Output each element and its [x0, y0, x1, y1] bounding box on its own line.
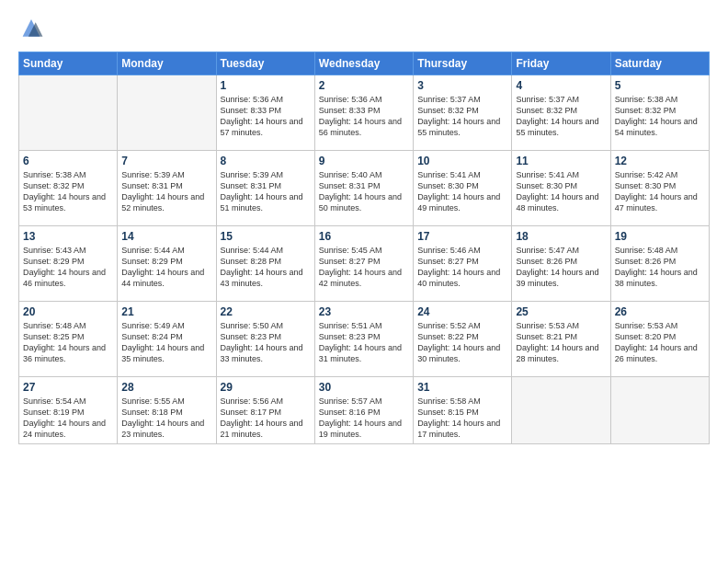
calendar-cell: 9Sunrise: 5:40 AM Sunset: 8:31 PM Daylig… — [314, 151, 413, 226]
calendar-cell: 3Sunrise: 5:37 AM Sunset: 8:32 PM Daylig… — [414, 75, 512, 151]
calendar-cell: 31Sunrise: 5:58 AM Sunset: 8:15 PM Dayli… — [414, 377, 512, 444]
calendar-cell: 17Sunrise: 5:46 AM Sunset: 8:27 PM Dayli… — [414, 226, 512, 302]
calendar-cell: 30Sunrise: 5:57 AM Sunset: 8:16 PM Dayli… — [314, 377, 413, 444]
day-number: 10 — [417, 155, 507, 167]
day-number: 5 — [615, 79, 705, 92]
logo-icon — [18, 17, 44, 42]
calendar-cell — [118, 75, 216, 151]
header — [18, 17, 710, 42]
day-number: 8 — [221, 155, 311, 167]
day-number: 17 — [417, 230, 507, 243]
calendar-cell: 18Sunrise: 5:47 AM Sunset: 8:26 PM Dayli… — [512, 226, 610, 302]
week-row-2: 6Sunrise: 5:38 AM Sunset: 8:32 PM Daylig… — [19, 151, 710, 226]
calendar-cell — [512, 377, 610, 444]
day-number: 9 — [319, 155, 409, 167]
weekday-header-friday: Friday — [512, 52, 610, 75]
day-number: 28 — [121, 381, 211, 394]
calendar-cell: 29Sunrise: 5:56 AM Sunset: 8:17 PM Dayli… — [216, 377, 314, 444]
day-number: 25 — [516, 305, 606, 318]
calendar-cell: 1Sunrise: 5:36 AM Sunset: 8:33 PM Daylig… — [216, 75, 314, 151]
day-info: Sunrise: 5:40 AM Sunset: 8:31 PM Dayligh… — [319, 169, 409, 214]
day-info: Sunrise: 5:36 AM Sunset: 8:33 PM Dayligh… — [221, 94, 311, 139]
day-number: 20 — [23, 305, 113, 318]
calendar-cell — [19, 75, 118, 151]
day-info: Sunrise: 5:44 AM Sunset: 8:28 PM Dayligh… — [221, 245, 311, 290]
day-number: 1 — [221, 79, 311, 92]
calendar-cell: 16Sunrise: 5:45 AM Sunset: 8:27 PM Dayli… — [314, 226, 413, 302]
day-info: Sunrise: 5:44 AM Sunset: 8:29 PM Dayligh… — [121, 245, 211, 290]
calendar-cell: 8Sunrise: 5:39 AM Sunset: 8:31 PM Daylig… — [216, 151, 314, 226]
calendar-cell: 13Sunrise: 5:43 AM Sunset: 8:29 PM Dayli… — [19, 226, 118, 302]
calendar-cell: 25Sunrise: 5:53 AM Sunset: 8:21 PM Dayli… — [512, 302, 610, 377]
day-number: 7 — [121, 155, 211, 167]
day-info: Sunrise: 5:47 AM Sunset: 8:26 PM Dayligh… — [516, 245, 606, 290]
day-info: Sunrise: 5:53 AM Sunset: 8:21 PM Dayligh… — [516, 320, 606, 365]
day-info: Sunrise: 5:55 AM Sunset: 8:18 PM Dayligh… — [121, 396, 211, 441]
day-info: Sunrise: 5:37 AM Sunset: 8:32 PM Dayligh… — [516, 94, 606, 139]
day-info: Sunrise: 5:36 AM Sunset: 8:33 PM Dayligh… — [319, 94, 409, 139]
day-number: 18 — [516, 230, 606, 243]
calendar-cell: 15Sunrise: 5:44 AM Sunset: 8:28 PM Dayli… — [216, 226, 314, 302]
calendar-cell: 2Sunrise: 5:36 AM Sunset: 8:33 PM Daylig… — [314, 75, 413, 151]
day-info: Sunrise: 5:49 AM Sunset: 8:24 PM Dayligh… — [121, 320, 211, 365]
day-number: 6 — [23, 155, 113, 167]
page: SundayMondayTuesdayWednesdayThursdayFrid… — [0, 0, 728, 563]
calendar-cell: 28Sunrise: 5:55 AM Sunset: 8:18 PM Dayli… — [118, 377, 216, 444]
day-info: Sunrise: 5:54 AM Sunset: 8:19 PM Dayligh… — [23, 396, 113, 441]
day-info: Sunrise: 5:41 AM Sunset: 8:30 PM Dayligh… — [417, 169, 507, 214]
day-info: Sunrise: 5:42 AM Sunset: 8:30 PM Dayligh… — [615, 169, 705, 214]
day-info: Sunrise: 5:45 AM Sunset: 8:27 PM Dayligh… — [319, 245, 409, 290]
day-info: Sunrise: 5:38 AM Sunset: 8:32 PM Dayligh… — [23, 169, 113, 214]
week-row-4: 20Sunrise: 5:48 AM Sunset: 8:25 PM Dayli… — [19, 302, 710, 377]
day-number: 29 — [221, 381, 311, 394]
day-info: Sunrise: 5:50 AM Sunset: 8:23 PM Dayligh… — [221, 320, 311, 365]
weekday-header-thursday: Thursday — [414, 52, 512, 75]
calendar-cell: 27Sunrise: 5:54 AM Sunset: 8:19 PM Dayli… — [19, 377, 118, 444]
day-number: 3 — [417, 79, 507, 92]
day-number: 14 — [121, 230, 211, 243]
calendar-cell: 20Sunrise: 5:48 AM Sunset: 8:25 PM Dayli… — [19, 302, 118, 377]
day-number: 4 — [516, 79, 606, 92]
day-info: Sunrise: 5:56 AM Sunset: 8:17 PM Dayligh… — [221, 396, 311, 441]
day-number: 16 — [319, 230, 409, 243]
weekday-header-tuesday: Tuesday — [216, 52, 314, 75]
day-info: Sunrise: 5:48 AM Sunset: 8:25 PM Dayligh… — [23, 320, 113, 365]
day-number: 2 — [319, 79, 409, 92]
calendar-cell: 19Sunrise: 5:48 AM Sunset: 8:26 PM Dayli… — [610, 226, 709, 302]
calendar-cell: 14Sunrise: 5:44 AM Sunset: 8:29 PM Dayli… — [118, 226, 216, 302]
calendar-cell: 22Sunrise: 5:50 AM Sunset: 8:23 PM Dayli… — [216, 302, 314, 377]
calendar-cell: 4Sunrise: 5:37 AM Sunset: 8:32 PM Daylig… — [512, 75, 610, 151]
day-number: 24 — [417, 305, 507, 318]
calendar-cell: 10Sunrise: 5:41 AM Sunset: 8:30 PM Dayli… — [414, 151, 512, 226]
day-info: Sunrise: 5:52 AM Sunset: 8:22 PM Dayligh… — [417, 320, 507, 365]
day-number: 31 — [417, 381, 507, 394]
day-info: Sunrise: 5:38 AM Sunset: 8:32 PM Dayligh… — [615, 94, 705, 139]
day-info: Sunrise: 5:51 AM Sunset: 8:23 PM Dayligh… — [319, 320, 409, 365]
day-number: 22 — [221, 305, 311, 318]
calendar-cell: 6Sunrise: 5:38 AM Sunset: 8:32 PM Daylig… — [19, 151, 118, 226]
day-info: Sunrise: 5:46 AM Sunset: 8:27 PM Dayligh… — [417, 245, 507, 290]
day-number: 30 — [319, 381, 409, 394]
logo — [18, 17, 46, 42]
week-row-1: 1Sunrise: 5:36 AM Sunset: 8:33 PM Daylig… — [19, 75, 710, 151]
calendar-cell: 5Sunrise: 5:38 AM Sunset: 8:32 PM Daylig… — [610, 75, 709, 151]
calendar-cell: 7Sunrise: 5:39 AM Sunset: 8:31 PM Daylig… — [118, 151, 216, 226]
weekday-header-row: SundayMondayTuesdayWednesdayThursdayFrid… — [19, 52, 710, 75]
calendar-cell: 23Sunrise: 5:51 AM Sunset: 8:23 PM Dayli… — [314, 302, 413, 377]
calendar-cell: 12Sunrise: 5:42 AM Sunset: 8:30 PM Dayli… — [610, 151, 709, 226]
day-number: 12 — [615, 155, 705, 167]
day-number: 27 — [23, 381, 113, 394]
day-info: Sunrise: 5:43 AM Sunset: 8:29 PM Dayligh… — [23, 245, 113, 290]
day-number: 21 — [121, 305, 211, 318]
weekday-header-wednesday: Wednesday — [314, 52, 413, 75]
day-number: 23 — [319, 305, 409, 318]
day-info: Sunrise: 5:41 AM Sunset: 8:30 PM Dayligh… — [516, 169, 606, 214]
calendar-cell: 11Sunrise: 5:41 AM Sunset: 8:30 PM Dayli… — [512, 151, 610, 226]
weekday-header-monday: Monday — [118, 52, 216, 75]
day-info: Sunrise: 5:48 AM Sunset: 8:26 PM Dayligh… — [615, 245, 705, 290]
calendar-cell: 21Sunrise: 5:49 AM Sunset: 8:24 PM Dayli… — [118, 302, 216, 377]
day-number: 11 — [516, 155, 606, 167]
calendar-cell: 24Sunrise: 5:52 AM Sunset: 8:22 PM Dayli… — [414, 302, 512, 377]
day-info: Sunrise: 5:57 AM Sunset: 8:16 PM Dayligh… — [319, 396, 409, 441]
day-number: 15 — [221, 230, 311, 243]
